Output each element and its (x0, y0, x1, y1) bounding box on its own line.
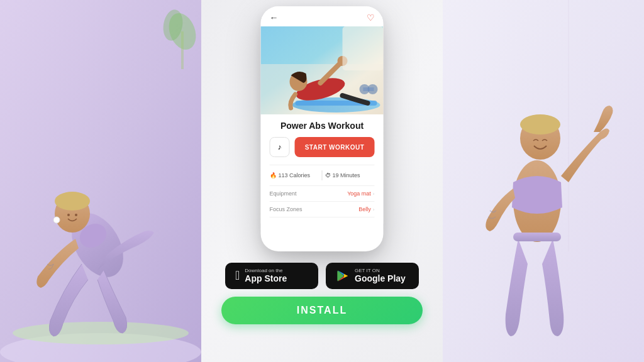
equipment-text: Yoga mat (347, 190, 371, 197)
workout-image (261, 26, 384, 114)
focus-zones-label: Focus Zones (270, 206, 303, 212)
equipment-value[interactable]: Yoga mat › (347, 190, 374, 197)
apple-icon:  (235, 268, 240, 283)
equipment-row: Equipment Yoga mat › (270, 186, 375, 202)
svg-rect-12 (181, 31, 184, 69)
google-play-icon (336, 269, 350, 283)
workout-controls: ♪ START WORKOUT (270, 137, 375, 157)
chevron-right-icon: › (373, 191, 375, 197)
google-play-text: GET IT ON Google Play (355, 268, 406, 284)
music-button[interactable]: ♪ (270, 137, 290, 157)
svg-marker-32 (344, 273, 348, 278)
heart-icon[interactable]: ♡ (367, 13, 375, 23)
install-button[interactable]: INSTALL (221, 297, 423, 324)
app-store-large-text: App Store (245, 273, 287, 284)
fire-icon: 🔥 (270, 172, 277, 178)
app-store-small-text: Download on the (245, 268, 287, 274)
app-store-text: Download on the App Store (245, 268, 287, 284)
music-icon: ♪ (278, 143, 282, 151)
timer-icon: ⏱ (325, 172, 331, 178)
bottom-section:  Download on the App Store GET IT ON (203, 263, 441, 324)
svg-point-8 (75, 214, 77, 216)
time-stat: ⏱ 19 Minutes (325, 172, 375, 178)
workout-image-svg (261, 26, 384, 114)
svg-point-2 (13, 322, 189, 344)
app-store-button[interactable]:  Download on the App Store (225, 263, 318, 289)
svg-point-6 (55, 192, 90, 211)
focus-zones-value[interactable]: Belly › (358, 206, 374, 212)
google-play-small-text: GET IT ON (355, 268, 406, 274)
phone-mockup: ← ♡ (261, 6, 384, 251)
focus-zones-text: Belly (358, 206, 371, 212)
svg-rect-16 (513, 233, 561, 241)
svg-point-7 (67, 214, 70, 216)
calories-value: 113 Calories (279, 172, 311, 178)
right-figure-svg (443, 0, 644, 362)
focus-zones-row: Focus Zones Belly › (270, 202, 375, 217)
right-photo-area (443, 0, 644, 362)
store-buttons-row:  Download on the App Store GET IT ON (225, 263, 419, 289)
phone-frame: ← ♡ (261, 6, 384, 251)
phone-top-bar: ← ♡ (261, 6, 384, 26)
back-button[interactable]: ← (270, 13, 279, 23)
svg-point-9 (53, 217, 60, 223)
google-play-large-text: Google Play (355, 273, 406, 284)
calories-stat: 🔥 113 Calories (270, 172, 319, 178)
svg-point-18 (520, 114, 560, 134)
svg-rect-28 (364, 87, 374, 91)
left-figure-svg (0, 0, 201, 362)
svg-rect-0 (0, 0, 201, 362)
equipment-label: Equipment (270, 190, 297, 197)
stat-separator (322, 170, 323, 180)
chevron-right-icon-2: › (373, 207, 375, 212)
phone-content: Power Abs Workout ♪ START WORKOUT 🔥 113 … (261, 114, 384, 224)
stats-row: 🔥 113 Calories ⏱ 19 Minutes (270, 165, 375, 186)
time-value: 19 Minutes (333, 172, 360, 178)
workout-title: Power Abs Workout (270, 121, 375, 131)
google-play-button[interactable]: GET IT ON Google Play (326, 263, 419, 289)
left-photo-area (0, 0, 201, 362)
start-workout-button[interactable]: START WORKOUT (295, 137, 375, 157)
svg-rect-29 (343, 26, 384, 70)
